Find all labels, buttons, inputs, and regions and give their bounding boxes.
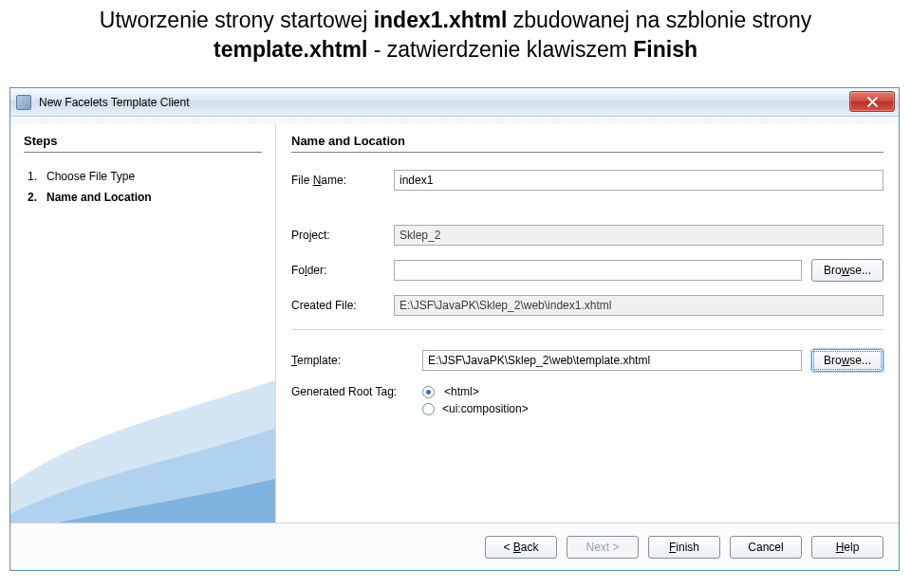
step-item: 1. Choose File Type <box>24 166 262 187</box>
content-area: Steps 1. Choose File Type 2. Name and Lo… <box>10 124 899 523</box>
step-number: 2. <box>24 191 37 204</box>
dialog-body: Steps 1. Choose File Type 2. Name and Lo… <box>10 117 899 570</box>
project-input <box>394 225 883 246</box>
close-button[interactable] <box>849 91 895 112</box>
caption-file1: index1.xhtml <box>374 8 508 32</box>
decorative-swoosh <box>10 314 276 523</box>
step-item: 2. Name and Location <box>24 187 262 208</box>
folder-row: Folder: Browse... <box>291 259 883 282</box>
root-composition-row: <ui:composition> <box>422 402 883 415</box>
cancel-button[interactable]: Cancel <box>730 536 802 559</box>
created-file-row: Created File: <box>291 295 883 316</box>
button-bar: < Back Next > Finish Cancel Help <box>10 523 899 570</box>
file-name-input[interactable] <box>394 170 883 191</box>
root-tag-row: Generated Root Tag: <html> <box>291 385 883 398</box>
title-bar: New Facelets Template Client <box>10 88 899 117</box>
step-label: Name and Location <box>46 191 152 204</box>
file-name-label: File Name: <box>291 174 384 187</box>
dialog-title: New Facelets Template Client <box>39 96 190 109</box>
root-tag-label: Generated Root Tag: <box>291 385 413 398</box>
root-html-radio[interactable] <box>422 386 435 398</box>
help-button[interactable]: Help <box>811 536 883 559</box>
wizard-dialog: New Facelets Template Client Steps 1. Ch… <box>9 87 900 571</box>
steps-pane: Steps 1. Choose File Type 2. Name and Lo… <box>10 124 276 523</box>
template-row: Template: Browse... <box>291 349 883 372</box>
steps-header: Steps <box>24 134 262 153</box>
root-composition-label: <ui:composition> <box>442 402 529 415</box>
finish-button[interactable]: Finish <box>648 536 720 559</box>
caption-mid: zbudowanej na szblonie strony <box>507 8 811 32</box>
project-row: Project: <box>291 225 883 246</box>
next-button: Next > <box>567 536 639 559</box>
decorative-strip <box>10 117 899 124</box>
back-button[interactable]: < Back <box>485 536 557 559</box>
caption-action: Finish <box>633 37 697 62</box>
close-icon <box>867 97 878 107</box>
root-html-label: <html> <box>444 385 479 398</box>
template-input[interactable] <box>422 350 802 371</box>
step-label: Choose File Type <box>46 170 135 183</box>
form-pane: Name and Location File Name: Project: Fo… <box>276 124 899 523</box>
page-caption: Utworzenie strony startowej index1.xhtml… <box>0 0 911 72</box>
app-icon <box>16 95 31 110</box>
step-number: 1. <box>24 170 37 183</box>
folder-input[interactable] <box>394 260 802 281</box>
file-name-row: File Name: <box>291 170 883 191</box>
caption-pre: Utworzenie strony startowej <box>100 8 374 32</box>
separator <box>291 329 883 330</box>
created-file-input <box>394 295 883 316</box>
template-label: Template: <box>291 354 413 367</box>
root-composition-radio[interactable] <box>422 403 435 415</box>
project-label: Project: <box>291 229 384 242</box>
folder-label: Folder: <box>291 264 384 277</box>
created-file-label: Created File: <box>291 299 384 312</box>
caption-file2: template.xhtml <box>214 37 367 62</box>
caption-post: - zatwierdzenie klawiszem <box>367 37 633 62</box>
section-title: Name and Location <box>291 134 883 153</box>
browse-template-button[interactable]: Browse... <box>811 349 883 372</box>
browse-folder-button[interactable]: Browse... <box>811 259 883 282</box>
